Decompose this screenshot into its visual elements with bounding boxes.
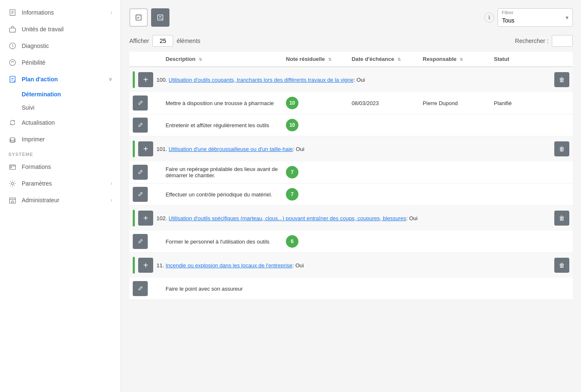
sidebar-item-imprimer[interactable]: Imprimer bbox=[0, 131, 121, 148]
group-link[interactable]: Utilisation d'outils coupants, tranchant… bbox=[169, 77, 354, 83]
sidebar-item-label: Unités de travail bbox=[22, 26, 63, 33]
edit-row-button[interactable] bbox=[133, 95, 148, 111]
date-cell bbox=[348, 183, 419, 206]
edit-row-button[interactable] bbox=[133, 187, 148, 202]
sidebar-sub-item-determination[interactable]: Détermination bbox=[0, 88, 121, 101]
score-badge: 10 bbox=[286, 119, 298, 131]
sidebar-sub-item-label: Suivi bbox=[22, 104, 34, 111]
date-cell bbox=[348, 278, 419, 300]
table-row: Entretenir et affûter régulièrement les … bbox=[129, 114, 573, 136]
table-header-row: Description ⇅ Note résiduelle ⇅ Date d'é… bbox=[129, 52, 573, 67]
chevron-down-icon: ∨ bbox=[109, 76, 112, 82]
show-count-input[interactable] bbox=[152, 35, 173, 47]
sidebar-item-diagnostic[interactable]: Diagnostic bbox=[0, 38, 121, 54]
table-row: +100. Utilisation d'outils coupants, tra… bbox=[129, 67, 573, 92]
show-label: Afficher bbox=[129, 38, 149, 44]
group-text: 11. Incendie ou explosion dans les locau… bbox=[157, 262, 551, 269]
score-cell bbox=[283, 278, 348, 300]
penibilite-icon bbox=[8, 58, 17, 67]
sort-icon-description: ⇅ bbox=[199, 57, 202, 62]
group-link[interactable]: Utilisation d'outils spécifiques (martea… bbox=[169, 215, 406, 221]
filter-label: Filtrer bbox=[502, 10, 513, 15]
chevron-right-icon: › bbox=[111, 181, 112, 186]
delete-group-button[interactable]: 🗑 bbox=[554, 141, 569, 156]
view-mode-btn-2[interactable] bbox=[151, 8, 169, 27]
main-content: ℹ Filtrer Tous Planifié En cours Terminé… bbox=[121, 0, 581, 392]
delete-group-button[interactable]: 🗑 bbox=[554, 72, 569, 87]
sidebar-item-label: Formations bbox=[22, 163, 51, 170]
add-action-button[interactable]: + bbox=[138, 211, 153, 226]
col-responsable-header[interactable]: Responsable ⇅ bbox=[419, 52, 490, 67]
gear-icon bbox=[8, 179, 17, 188]
chevron-right-icon: › bbox=[111, 10, 112, 15]
group-link[interactable]: Incendie ou explosion dans les locaux de… bbox=[166, 262, 293, 269]
edit-row-button[interactable] bbox=[133, 234, 148, 249]
group-text: 102. Utilisation d'outils spécifiques (m… bbox=[157, 215, 551, 221]
sidebar-item-administrateur[interactable]: Administrateur › bbox=[0, 192, 121, 209]
actions-cell bbox=[545, 183, 573, 206]
add-action-button[interactable]: + bbox=[138, 141, 153, 156]
green-bar bbox=[133, 210, 135, 226]
sidebar-item-unites-de-travail[interactable]: Unités de travail bbox=[0, 21, 121, 38]
group-link[interactable]: Utilisation d'une débroussailleuse ou d'… bbox=[169, 146, 293, 152]
edit-row-button[interactable] bbox=[133, 118, 148, 133]
svg-rect-4 bbox=[10, 28, 15, 32]
col-description-header[interactable]: Description ⇅ bbox=[162, 52, 283, 67]
sidebar-item-actualisation[interactable]: Actualisation bbox=[0, 114, 121, 131]
view-mode-btn-1[interactable] bbox=[129, 8, 148, 27]
sidebar-item-formations[interactable]: Formations bbox=[0, 158, 121, 175]
chevron-right-icon: › bbox=[111, 197, 112, 203]
sidebar-item-label: Plan d'action bbox=[22, 76, 58, 83]
statut-cell bbox=[490, 114, 545, 136]
sidebar-item-label: Administrateur bbox=[22, 197, 59, 204]
sidebar-item-informations[interactable]: Informations › bbox=[0, 4, 121, 21]
table-row: Former le personnel à l'utilisation des … bbox=[129, 231, 573, 253]
info-icon[interactable]: ℹ bbox=[484, 13, 494, 23]
col-note-header[interactable]: Note résiduelle ⇅ bbox=[283, 52, 348, 67]
statut-cell bbox=[490, 183, 545, 206]
svg-point-9 bbox=[10, 167, 12, 168]
info-icon-label: ℹ bbox=[488, 15, 490, 20]
score-cell: 10 bbox=[283, 92, 348, 114]
briefcase-icon bbox=[8, 25, 17, 33]
description-cell: Mettre à disposition une trousse à pharm… bbox=[162, 92, 283, 114]
svg-rect-11 bbox=[10, 198, 15, 204]
green-bar bbox=[133, 141, 135, 157]
file-icon bbox=[8, 8, 17, 17]
col-date-header[interactable]: Date d'échéance ⇅ bbox=[348, 52, 419, 67]
diagnostic-icon bbox=[8, 42, 17, 50]
table-row: Faire le point avec son assureur bbox=[129, 278, 573, 300]
filter-container: ℹ Filtrer Tous Planifié En cours Terminé… bbox=[484, 8, 573, 27]
system-section-label: SYSTÈME bbox=[0, 148, 121, 158]
search-input[interactable] bbox=[552, 35, 573, 47]
sidebar: Informations › Unités de travail Diagnos… bbox=[0, 0, 121, 392]
statut-cell bbox=[490, 278, 545, 300]
table-row: +101. Utilisation d'une débroussailleuse… bbox=[129, 136, 573, 162]
col-statut-header: Statut bbox=[490, 52, 545, 67]
responsable-cell bbox=[419, 231, 490, 253]
edit-row-button[interactable] bbox=[133, 165, 148, 180]
edit-row-button[interactable] bbox=[133, 281, 148, 296]
group-text: 100. Utilisation d'outils coupants, tran… bbox=[157, 77, 551, 83]
description-cell: Former le personnel à l'utilisation des … bbox=[162, 231, 283, 253]
date-cell bbox=[348, 114, 419, 136]
sidebar-item-label: Imprimer bbox=[22, 136, 45, 143]
group-text: 101. Utilisation d'une débroussailleuse … bbox=[157, 146, 551, 152]
responsable-cell bbox=[419, 161, 490, 183]
sidebar-sub-item-suivi[interactable]: Suivi bbox=[0, 101, 121, 114]
sidebar-item-plan-daction[interactable]: Plan d'action ∨ bbox=[0, 71, 121, 88]
formations-icon bbox=[8, 163, 17, 171]
toolbar: ℹ Filtrer Tous Planifié En cours Terminé… bbox=[129, 8, 573, 27]
sort-icon-responsable: ⇅ bbox=[460, 57, 463, 62]
green-bar bbox=[133, 71, 135, 88]
add-action-button[interactable]: + bbox=[138, 258, 153, 273]
delete-group-button[interactable]: 🗑 bbox=[554, 211, 569, 226]
plan-action-icon bbox=[8, 75, 17, 83]
add-action-button[interactable]: + bbox=[138, 72, 153, 87]
sidebar-item-parametres[interactable]: Paramètres › bbox=[0, 175, 121, 192]
sidebar-item-label: Actualisation bbox=[22, 119, 55, 126]
sidebar-item-label: Pénibilité bbox=[22, 59, 45, 66]
sidebar-item-penibilite[interactable]: Pénibilité bbox=[0, 54, 121, 71]
print-icon bbox=[8, 135, 17, 143]
delete-group-button[interactable]: 🗑 bbox=[554, 258, 569, 273]
